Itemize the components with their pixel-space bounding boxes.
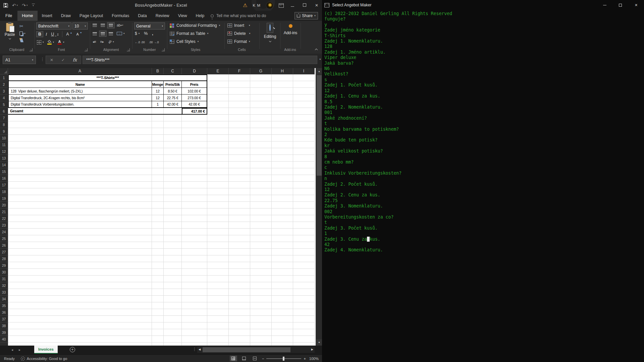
row-header-26[interactable]: 26: [0, 242, 8, 249]
grow-font-button[interactable]: A▲: [64, 32, 74, 37]
row-header-12[interactable]: 12: [0, 148, 8, 155]
redo-button[interactable]: ↷▾: [22, 3, 28, 8]
row-header-17[interactable]: 17: [0, 182, 8, 188]
ribbon-tab-data[interactable]: Data: [133, 11, 151, 21]
accessibility-status[interactable]: ✓ Accessibility: Good to go: [21, 357, 67, 361]
middle-align-button[interactable]: [101, 24, 105, 27]
console-close-button[interactable]: ✕: [628, 0, 644, 10]
row-header-14[interactable]: 14: [0, 162, 8, 168]
merge-center-button[interactable]: ↔▾: [117, 32, 125, 35]
ribbon-tab-formulas[interactable]: Formulas: [107, 11, 133, 21]
enter-entry-icon[interactable]: ✓: [61, 58, 65, 62]
top-align-button[interactable]: [93, 24, 97, 27]
cell-header-1[interactable]: Menge: [152, 81, 164, 88]
column-header-I[interactable]: I: [293, 68, 315, 74]
cell-styles-button[interactable]: Cell Styles▾: [170, 38, 220, 46]
cell-r4-c3[interactable]: 273.00 €: [182, 95, 207, 101]
number-format-combobox[interactable]: General▾: [134, 22, 165, 29]
row-header-3[interactable]: 3: [0, 88, 8, 95]
cell-r5-c1[interactable]: 1: [152, 101, 164, 108]
minimize-button[interactable]: [289, 3, 296, 8]
italic-button[interactable]: I: [44, 32, 49, 37]
row-header-28[interactable]: 28: [0, 255, 8, 262]
row-header-10[interactable]: 10: [0, 135, 8, 141]
sheet-tab-invoices[interactable]: Invoices: [34, 346, 58, 354]
column-header-G[interactable]: G: [250, 68, 272, 74]
insert-cells-button[interactable]: ← Insert▾: [227, 21, 250, 29]
cell-r5-c3[interactable]: 42.00 €: [182, 101, 207, 108]
alignment-dialog-launcher-icon[interactable]: [127, 48, 130, 51]
number-dialog-launcher-icon[interactable]: [162, 48, 165, 51]
editing-button[interactable]: Editing: [260, 23, 280, 42]
clipboard-dialog-launcher-icon[interactable]: [30, 48, 33, 51]
percent-style-button[interactable]: %: [144, 31, 148, 36]
page-layout-view-button[interactable]: [240, 356, 248, 361]
ribbon-display-options-icon[interactable]: [279, 3, 284, 8]
paste-button[interactable]: Paste: [3, 23, 17, 47]
fill-color-button[interactable]: ▾: [47, 40, 54, 45]
row-header-32[interactable]: 32: [0, 282, 8, 289]
conditional-formatting-button[interactable]: Conditional Formatting▾: [170, 21, 220, 29]
copy-button[interactable]: ▾: [19, 32, 25, 36]
row-header-1[interactable]: 1: [0, 74, 8, 81]
cell-r3-c2[interactable]: 8.50 €: [164, 88, 182, 95]
cell-title[interactable]: ***T-Shirts***: [8, 74, 207, 81]
cell-r4-c2[interactable]: 22.75 €: [164, 95, 182, 101]
page-break-view-button[interactable]: [251, 356, 259, 361]
row-header-36[interactable]: 36: [0, 309, 8, 316]
ribbon-tab-home[interactable]: Home: [17, 11, 37, 21]
align-left-button[interactable]: [93, 32, 97, 35]
increase-decimal-button[interactable]: ←.0 .00: [135, 41, 145, 44]
row-header-18[interactable]: 18: [0, 188, 8, 195]
font-color-button[interactable]: A ▾: [57, 40, 64, 45]
bottom-align-button[interactable]: [109, 24, 113, 27]
expand-formula-bar-icon[interactable]: ▾: [319, 58, 321, 61]
column-header-E[interactable]: E: [207, 68, 229, 74]
format-cells-button[interactable]: ↔ Format▾: [227, 38, 250, 46]
horizontal-scrollbar[interactable]: ◀ ▶: [197, 347, 315, 353]
wrap-text-button[interactable]: ab↩: [117, 23, 123, 27]
save-icon[interactable]: [3, 3, 8, 8]
cell-r4-c1[interactable]: 12: [152, 95, 164, 101]
addins-button[interactable]: Add-ins: [281, 24, 300, 35]
column-header-F[interactable]: F: [229, 68, 250, 74]
scroll-right-icon[interactable]: ▶: [311, 348, 313, 351]
column-header-A[interactable]: A: [8, 68, 152, 74]
ribbon-tab-file[interactable]: File: [0, 11, 17, 21]
cell-header-2[interactable]: Preis/Stk: [164, 81, 182, 88]
row-header-33[interactable]: 33: [0, 289, 8, 296]
font-size-combobox[interactable]: 10▾: [72, 22, 88, 29]
row-header-9[interactable]: 9: [0, 128, 8, 135]
row-header-19[interactable]: 19: [0, 195, 8, 202]
vertical-scrollbar-thumb[interactable]: [317, 75, 322, 176]
row-header-24[interactable]: 24: [0, 229, 8, 235]
decrease-decimal-button[interactable]: .00 →.0: [149, 41, 159, 44]
cell-header-0[interactable]: Name: [8, 81, 152, 88]
ribbon-tab-page-layout[interactable]: Page Layout: [75, 11, 107, 21]
prev-sheet-icon[interactable]: ◂: [11, 348, 13, 352]
row-header-7[interactable]: 7: [0, 115, 8, 121]
collapse-ribbon-icon[interactable]: [315, 49, 318, 51]
format-painter-button[interactable]: [19, 38, 23, 42]
ribbon-tab-draw[interactable]: Draw: [57, 11, 75, 21]
vertical-scrollbar[interactable]: ▲ ▼: [316, 68, 322, 346]
row-header-4[interactable]: 4: [0, 95, 8, 101]
row-header-5[interactable]: 5: [0, 101, 8, 108]
undo-button[interactable]: ↶▾: [12, 3, 18, 8]
increase-indent-button[interactable]: ≡▸: [100, 40, 104, 44]
warning-icon[interactable]: ⚠: [243, 2, 247, 8]
zoom-level[interactable]: 100%: [309, 357, 319, 361]
orientation-button[interactable]: ab▾: [108, 40, 114, 44]
bold-button[interactable]: B: [36, 31, 43, 37]
row-header-15[interactable]: 15: [0, 168, 8, 175]
align-right-button[interactable]: [109, 32, 113, 35]
accounting-format-button[interactable]: $▾: [135, 31, 140, 36]
comma-style-button[interactable]: ,: [152, 31, 153, 36]
scroll-left-icon[interactable]: ◀: [199, 348, 201, 351]
row-header-38[interactable]: 38: [0, 322, 8, 329]
row-header-23[interactable]: 23: [0, 222, 8, 229]
new-sheet-icon[interactable]: +: [70, 347, 75, 352]
row-header-2[interactable]: 2: [0, 81, 8, 88]
cancel-entry-icon[interactable]: ✕: [50, 58, 53, 62]
cell-r3-c3[interactable]: 102.00 €: [182, 88, 207, 95]
